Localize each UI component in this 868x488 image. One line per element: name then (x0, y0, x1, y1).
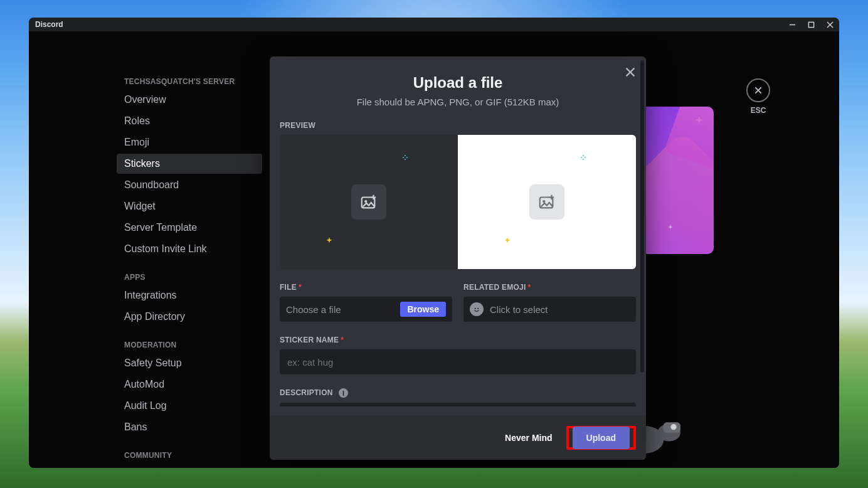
related-emoji-label: RELATED EMOJI* (463, 283, 636, 292)
modal-subtitle: File should be APNG, PNG, or GIF (512KB … (270, 97, 646, 107)
browse-button[interactable]: Browse (400, 302, 446, 317)
related-emoji-select[interactable]: Click to select (463, 297, 636, 322)
modal-close-button[interactable] (623, 65, 637, 82)
window-titlebar: Discord (29, 18, 839, 31)
preview-label: PREVIEW (280, 121, 636, 130)
emoji-placeholder: Click to select (490, 304, 630, 315)
app-body: TECHSASQUATCH'S SERVER Overview Roles Em… (29, 31, 839, 468)
window-maximize-button[interactable] (802, 18, 820, 31)
image-plus-icon (359, 193, 378, 211)
sparkle-icon (401, 154, 409, 161)
sticker-placeholder-dark (351, 184, 386, 220)
svg-point-6 (364, 200, 367, 203)
close-icon (623, 65, 637, 79)
svg-point-10 (475, 308, 476, 309)
smiley-icon (470, 302, 484, 316)
window-close-button[interactable] (820, 18, 839, 31)
upload-button[interactable]: Upload (573, 427, 630, 449)
image-plus-icon (537, 193, 556, 211)
svg-rect-0 (808, 22, 813, 27)
file-label: FILE* (280, 283, 452, 292)
svg-point-11 (477, 308, 479, 309)
svg-point-9 (473, 305, 480, 313)
sparkle-icon (325, 236, 334, 245)
sparkle-icon (503, 236, 512, 245)
preview-light-pane[interactable] (458, 135, 636, 269)
sticker-name-input[interactable] (280, 349, 636, 374)
svg-point-8 (542, 200, 545, 203)
window-minimize-button[interactable] (783, 18, 802, 31)
cancel-button[interactable]: Never Mind (496, 427, 561, 449)
modal-title: Upload a file (270, 74, 646, 92)
info-icon[interactable]: i (339, 388, 348, 398)
app-name: Discord (35, 20, 63, 29)
upload-file-modal: Upload a file File should be APNG, PNG, … (270, 56, 646, 460)
upload-highlight-box: Upload (566, 426, 636, 450)
preview-dark-pane[interactable] (280, 135, 458, 269)
description-input-peek[interactable] (280, 403, 636, 406)
file-placeholder: Choose a file (286, 304, 400, 315)
modal-scrollbar[interactable] (640, 60, 644, 372)
file-input[interactable]: Choose a file Browse (280, 297, 452, 322)
discord-window: Discord TECHSASQUATCH'S SERVER Overview … (29, 18, 839, 468)
description-label: DESCRIPTION i (280, 388, 636, 398)
modal-footer: Never Mind Upload (270, 416, 646, 460)
sparkle-icon (580, 154, 587, 161)
sticker-placeholder-light (529, 184, 564, 220)
preview-row (280, 135, 636, 269)
sticker-name-label: STICKER NAME* (280, 336, 636, 344)
